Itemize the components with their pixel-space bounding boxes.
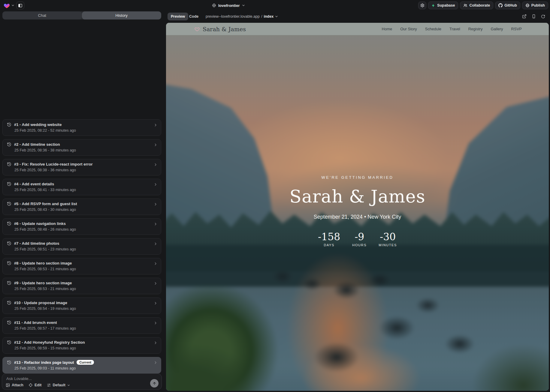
arrow-up-icon [153,382,156,385]
supabase-button[interactable]: Supabase [428,1,458,9]
history-icon [7,340,11,345]
history-item-title: #6 - Update navigation links [14,221,66,226]
tab-preview[interactable]: Preview [168,13,188,20]
chat-history-panel: Chat History #1 - Add wedding website [0,11,164,392]
refresh-icon[interactable] [541,14,545,19]
preview-url[interactable]: preview--lovefrontier.lovable.app / inde… [206,13,278,20]
lovable-logo-menu[interactable] [4,0,14,11]
history-list-item[interactable]: #4 - Add event details 25 Feb 2025, 08:4… [2,179,161,195]
history-list: #1 - Add wedding website 25 Feb 2025, 08… [2,32,161,373]
countdown-column: -9 HOURS [350,231,368,247]
countdown-column: -30 MINUTES [379,231,397,247]
site-nav-link[interactable]: RSVP [511,27,522,31]
history-list-item[interactable]: #2 - Add timeline section 25 Feb 2025, 0… [2,139,161,156]
history-icon [7,360,11,365]
app-window: lovefrontier Supabase [0,0,550,392]
history-item-timestamp: 25 Feb 2025, 08:59 - 15 minutes ago [14,346,157,350]
chevron-right-icon[interactable] [154,163,157,166]
collaborate-button[interactable]: Collaborate [460,1,493,9]
countdown: -158 DAYS -9 HOURS -30 MINUTES [166,231,549,247]
history-list-item[interactable]: #9 - Update hero section image 25 Feb 20… [2,278,161,294]
history-item-title: #10 - Update proposal image [14,301,67,305]
history-icon [7,162,11,166]
chevron-right-icon[interactable] [154,341,157,345]
history-list-item[interactable]: #11 - Add brunch event 25 Feb 2025, 08:5… [2,317,161,334]
history-list-item[interactable]: #8 - Update hero section image 25 Feb 20… [2,258,161,274]
publish-button[interactable]: Publish [522,1,548,9]
site-nav-link[interactable]: Registry [468,27,483,31]
attach-button[interactable]: Attach [6,383,23,387]
history-list-item[interactable]: #3 - Fix: Resolve Lucide-react import er… [2,159,161,175]
settings-button[interactable] [418,1,426,9]
chat-composer[interactable]: Ask Lovable... Attach [2,373,162,390]
collaborate-button-label: Collaborate [469,3,490,7]
tab-chat[interactable]: Chat [2,11,82,19]
composer-input[interactable]: Ask Lovable... [6,376,32,381]
globe-icon [525,3,530,7]
history-item-timestamp: 25 Feb 2025, 08:38 - 36 minutes ago [14,168,157,172]
site-nav-link[interactable]: Home [382,27,392,31]
chevron-down-icon [242,4,245,7]
supabase-bolt-icon [431,4,435,7]
project-switcher[interactable]: lovefrontier [212,0,245,11]
countdown-label: MINUTES [379,243,397,247]
countdown-value: -30 [379,231,397,243]
chevron-right-icon[interactable] [154,143,157,147]
chevron-down-icon [67,384,70,387]
mode-selector-label: Default [53,383,65,387]
site-nav-link[interactable]: Our Story [400,27,417,31]
hero-eyebrow: WE'RE GETTING MARRIED [166,175,549,180]
history-list-item[interactable]: #1 - Add wedding website 25 Feb 2025, 08… [2,119,161,136]
edit-button-label: Edit [35,383,42,387]
history-list-item[interactable]: #6 - Update navigation links 25 Feb 2025… [2,218,161,235]
hero-title: Sarah & James [166,186,549,207]
hero-section: WE'RE GETTING MARRIED Sarah & James Sept… [166,175,549,247]
open-in-new-tab-icon[interactable] [522,14,527,19]
chevron-right-icon[interactable] [154,123,157,127]
mobile-view-icon[interactable] [532,14,536,19]
preview-frame-actions [522,14,545,19]
chevron-right-icon[interactable] [154,183,157,186]
sliders-icon [47,383,51,387]
site-nav-link[interactable]: Gallery [491,27,503,31]
heart-icon [195,27,200,31]
preview-url-path: index [264,14,273,19]
current-badge: Current [77,360,94,365]
edit-button[interactable]: Edit [29,383,42,387]
site-nav-link[interactable]: Schedule [425,27,441,31]
history-item-timestamp: 25 Feb 2025, 08:51 - 23 minutes ago [14,247,157,251]
history-list-item[interactable]: #10 - Update proposal image 25 Feb 2025,… [2,298,161,314]
chevron-right-icon[interactable] [154,361,157,364]
site-brand-name: Sarah & James [203,26,246,32]
countdown-value: -158 [318,231,340,243]
history-icon [7,241,11,246]
chevron-right-icon[interactable] [154,282,157,285]
history-list-item[interactable]: #12 - Add Honeyfund Registry Section 25 … [2,337,161,354]
history-list-item[interactable]: #7 - Add timeline photos 25 Feb 2025, 08… [2,238,161,255]
send-button[interactable] [150,379,159,388]
chevron-right-icon[interactable] [154,321,157,325]
lovable-heart-logo-icon [4,3,10,8]
chevron-right-icon[interactable] [154,202,157,206]
github-button[interactable]: GitHub [495,1,520,9]
countdown-label: HOURS [350,243,368,247]
chevron-right-icon[interactable] [154,262,157,265]
site-nav-link[interactable]: Travel [449,27,460,31]
sidebar-toggle-button[interactable] [16,1,24,9]
history-icon [7,122,11,127]
chevron-right-icon[interactable] [154,222,157,226]
history-item-timestamp: 25 Feb 2025, 08:41 - 33 minutes ago [14,188,157,192]
site-preview-frame: Sarah & James HomeOur StoryScheduleTrave… [166,23,549,391]
tab-history[interactable]: History [82,11,162,19]
history-list-item[interactable]: #5 - Add RSVP form and guest list 25 Feb… [2,199,161,215]
site-nav: HomeOur StoryScheduleTravelRegistryGalle… [382,27,522,31]
chevron-right-icon[interactable] [154,242,157,246]
composer-actions: Attach Edit Defaul [6,383,70,387]
chevron-right-icon[interactable] [154,301,157,305]
publish-button-label: Publish [531,3,545,7]
tab-code[interactable]: Code [189,13,198,20]
mode-selector[interactable]: Default [47,383,70,387]
history-item-title: #12 - Add Honeyfund Registry Section [14,340,85,345]
history-list-item[interactable]: #13 - Refactor index page layout Current… [2,357,161,373]
site-brand[interactable]: Sarah & James [195,26,246,32]
